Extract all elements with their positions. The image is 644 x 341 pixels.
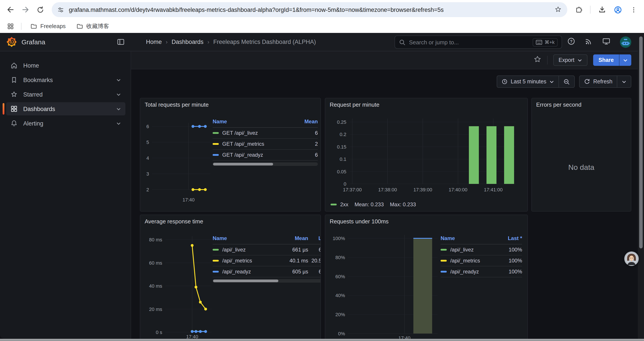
panel-total-requests[interactable]: Total requests per minute 6543217:40 Nam… xyxy=(140,98,321,212)
back-arrow-icon xyxy=(6,5,15,14)
floating-assistant-avatar[interactable] xyxy=(624,251,639,266)
y-tick-label: 0.1 xyxy=(340,156,346,162)
bookmark-label: 收藏博客 xyxy=(86,22,109,30)
sidebar-collapse-button[interactable] xyxy=(117,38,124,46)
scrollbar-thumb[interactable] xyxy=(639,37,643,248)
series-color-dash xyxy=(330,204,337,205)
chevron-down-icon xyxy=(578,58,582,63)
chevron-down-icon[interactable] xyxy=(116,106,121,111)
breadcrumb-dashboards[interactable]: Dashboards xyxy=(172,39,204,45)
sidebar-item-bookmarks[interactable]: Bookmarks xyxy=(6,73,126,87)
time-range-group: Last 5 minutes xyxy=(497,76,575,88)
table-row[interactable]: /api/_readyz100% xyxy=(440,266,522,277)
scrollbar-thumb[interactable] xyxy=(213,279,278,282)
browser-back-button[interactable] xyxy=(4,4,17,16)
breadcrumb-home[interactable]: Home xyxy=(146,39,162,45)
downloads-button[interactable] xyxy=(596,4,608,16)
chart-bar xyxy=(469,126,479,184)
column-header[interactable]: Name xyxy=(440,235,498,241)
share-button[interactable]: Share xyxy=(593,55,619,66)
user-avatar[interactable] xyxy=(620,36,631,48)
chevron-down-icon[interactable] xyxy=(116,92,121,97)
browser-forward-button[interactable] xyxy=(19,4,32,16)
url-bar[interactable]: grafana.mathmast.com/d/deytv4rwavabkb/fr… xyxy=(52,2,567,17)
chevron-down-icon xyxy=(549,79,554,84)
horizontal-scrollbar[interactable] xyxy=(0,339,644,341)
column-header[interactable]: Mean xyxy=(280,235,308,241)
panel-title[interactable]: Requests under 100ms xyxy=(325,215,528,225)
data-point xyxy=(192,125,194,128)
share-menu-button[interactable] xyxy=(619,55,631,66)
panel-requests-under-100ms[interactable]: Requests under 100ms 100%80%60%40%20%0%1… xyxy=(325,215,528,339)
series-name: /api/_metrics xyxy=(450,258,480,264)
data-point xyxy=(191,330,194,333)
tab-groups-button[interactable] xyxy=(5,21,16,31)
chevron-down-icon[interactable] xyxy=(116,78,121,82)
table-scrollbar[interactable] xyxy=(212,162,318,166)
bookmark-folder-blogs[interactable]: 收藏博客 xyxy=(73,21,113,31)
series-name: GET /api/_livez xyxy=(222,130,258,136)
chevron-down-icon xyxy=(623,58,628,63)
table-row[interactable]: GET /api/_livez6 xyxy=(212,128,318,139)
x-tick-label: 17:41:00 xyxy=(484,187,502,192)
panel-title[interactable]: Errors per second xyxy=(532,98,631,108)
browser-menu-button[interactable] xyxy=(627,4,640,16)
legend-table: NameMeanLas/api/_livez661 µs646/api/_met… xyxy=(212,233,321,283)
star-outline-icon xyxy=(534,55,542,63)
sidebar-item-alerting[interactable]: Alerting xyxy=(6,117,126,130)
panel-title[interactable]: Request per minute xyxy=(325,98,528,108)
panel-title[interactable]: Average response time xyxy=(140,215,320,225)
column-header[interactable]: Name xyxy=(212,119,295,125)
browser-profile-button[interactable] xyxy=(612,4,624,16)
export-button[interactable]: Export xyxy=(553,55,588,66)
news-button[interactable] xyxy=(585,37,593,47)
panel-errors-per-second[interactable]: Errors per second No data xyxy=(531,98,631,212)
refresh-icon xyxy=(584,79,590,85)
table-row[interactable]: /api/_livez661 µs646 xyxy=(212,244,321,255)
refresh-button[interactable]: Refresh xyxy=(580,76,617,87)
browser-reload-button[interactable] xyxy=(34,4,46,16)
time-range-picker[interactable]: Last 5 minutes xyxy=(497,76,559,87)
scrollbar-thumb[interactable] xyxy=(213,163,273,165)
extensions-button[interactable] xyxy=(572,4,585,16)
breadcrumb-separator: › xyxy=(166,39,168,45)
table-row[interactable]: /api/_metrics40.1 ms20.5 m xyxy=(212,255,321,266)
column-header[interactable]: Last * xyxy=(498,235,522,241)
table-row[interactable]: /api/_metrics100% xyxy=(440,255,522,266)
table-row[interactable]: GET /api/_readyz6 xyxy=(212,150,318,161)
page-scrollbar[interactable] xyxy=(638,33,644,339)
panel-average-response-time[interactable]: Average response time 80 ms60 ms40 ms20 … xyxy=(140,215,321,339)
series-value: 2 xyxy=(295,141,318,147)
sidebar-item-home[interactable]: Home xyxy=(6,59,126,72)
request-per-minute-chart: 0.250.20.150.10.05017:37:0017:38:0017:39… xyxy=(325,112,528,199)
refresh-interval-button[interactable] xyxy=(617,76,631,87)
bookmark-folder-freeleaps[interactable]: Freeleaps xyxy=(27,21,69,31)
zoom-out-time-button[interactable] xyxy=(558,76,574,87)
puzzle-icon xyxy=(574,6,583,14)
legend-series[interactable]: 2xx xyxy=(330,201,348,208)
table-scrollbar[interactable] xyxy=(212,279,321,283)
legend-table: NameMeanGET /api/_livez6GET /api/_metric… xyxy=(212,116,318,166)
help-icon: ? xyxy=(567,37,575,45)
sidebar-item-dashboards[interactable]: Dashboards xyxy=(6,102,126,115)
data-point xyxy=(195,286,198,288)
display-button[interactable] xyxy=(602,37,610,47)
panel-request-per-minute[interactable]: Request per minute 0.250.20.150.10.05017… xyxy=(325,98,528,212)
help-button[interactable]: ? xyxy=(567,37,575,47)
panel-title[interactable]: Total requests per minute xyxy=(140,98,320,108)
table-row[interactable]: GET /api/_metrics2 xyxy=(212,139,318,150)
table-row[interactable]: /api/_livez100% xyxy=(440,244,522,255)
bookmark-star-icon[interactable] xyxy=(554,6,562,14)
favorite-dashboard-button[interactable] xyxy=(534,55,542,65)
sidebar-item-starred[interactable]: Starred xyxy=(6,88,126,101)
column-header[interactable]: Mean xyxy=(295,119,318,125)
search-input[interactable]: Search or jump to... ⌘+k xyxy=(394,36,562,49)
table-header-row: NameLast * xyxy=(440,233,522,244)
chevron-down-icon[interactable] xyxy=(116,121,121,126)
series-value: 646 xyxy=(308,247,321,253)
data-point xyxy=(195,330,198,333)
column-header[interactable]: Las xyxy=(308,235,321,241)
clock-icon xyxy=(502,79,508,85)
column-header[interactable]: Name xyxy=(212,235,280,241)
table-row[interactable]: /api/_readyz605 µs620 xyxy=(212,266,321,277)
